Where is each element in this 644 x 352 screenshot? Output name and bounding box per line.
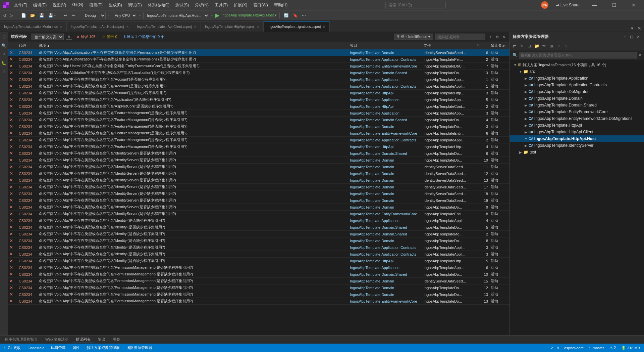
sol-tool-collapse-btn[interactable]: ⊟ — [526, 43, 533, 49]
sidebar-search-icon[interactable]: 🔍 — [0, 42, 8, 49]
error-search-input[interactable] — [435, 34, 485, 40]
error-row[interactable]: ✕ CS0234 命名空间'Volo.Abp'中不存在类型或命名空间名'Iden… — [8, 157, 509, 164]
scope-select[interactable]: 整个解决方案 — [32, 34, 64, 40]
error-row[interactable]: ✕ CS0234 命名空间'Volo.Abp'中不存在类型或命名空间名'Feat… — [8, 123, 509, 130]
bottom-tab-web-publish[interactable]: Web 发布活动 — [42, 336, 72, 343]
close-button[interactable]: ✕ — [626, 0, 641, 10]
tree-expand-app-contracts[interactable]: ▶ — [523, 83, 529, 87]
error-row[interactable]: ✕ CS0234 命名空间'Volo.Abp'中不存在类型或命名空间名'Iden… — [8, 204, 509, 211]
live-share-button[interactable]: ⇌ Live Share — [552, 2, 583, 8]
tree-expand-app[interactable]: ▶ — [523, 77, 529, 80]
error-row[interactable]: ✕ CS0234 命名空间'Volo.Abp'中不存在类型或命名空间名'Feat… — [8, 110, 509, 117]
toolbar-new-btn[interactable]: 📄 — [20, 12, 28, 18]
sidebar-ext-icon[interactable]: ⊕ — [0, 68, 8, 76]
menu-window[interactable]: 窗口(W) — [251, 2, 270, 9]
tree-expand-domain-shared[interactable]: ▶ — [523, 103, 529, 107]
tree-project-httpapi[interactable]: ▶ C# IngosAbpTemplate.HttpApi — [510, 122, 644, 129]
error-row[interactable]: ✕ CS0234 命名空间'Volo.Abp'中不存在类型或命名空间名'Iden… — [8, 258, 509, 264]
build-btn[interactable]: 生成 + IntelliSense ▾ — [394, 34, 433, 40]
tree-expand-domain[interactable]: ▶ — [523, 97, 529, 100]
sol-tool-filter-btn[interactable]: ⊞ — [548, 43, 555, 49]
error-row[interactable]: ✕ CS0234 命名空间'Volo.Abp'中不存在类型或命名空间名'Perm… — [8, 284, 509, 291]
menu-file[interactable]: 文件(F) — [11, 2, 30, 9]
solution-panel-undock-btn[interactable]: ⊡ — [629, 34, 635, 40]
error-row[interactable]: ✕ CS0234 命名空间'Volo.Abp.Users'中不存在类型或命名空间… — [8, 63, 509, 70]
message-count-badge[interactable]: ℹ 显示 1 个消息中的 0 个 — [122, 34, 167, 40]
solution-search-input[interactable] — [519, 52, 637, 58]
bottom-tab-error-list[interactable]: 错误列表 — [72, 336, 94, 343]
tree-expand-efcore[interactable]: ▶ — [523, 110, 529, 114]
sol-tool-pending-btn[interactable]: ≡ — [555, 43, 562, 49]
solution-search-close[interactable]: ✕ — [638, 53, 641, 57]
tree-project-httpapi-client[interactable]: ▶ C# IngosAbpTemplate.HttpApi.Client — [510, 129, 644, 135]
error-row[interactable]: ✕ CS0234 命名空间'Volo.Abp.Validation'中不存在类型… — [8, 70, 509, 76]
sidebar-explorer-icon[interactable]: ⊞ — [0, 33, 8, 41]
error-row[interactable]: ✕ CS0234 命名空间'Volo.Abp'中不存在类型或命名空间名'Iden… — [8, 231, 509, 237]
tab-1[interactable]: IngosAbpTemplat...pApi.Host.csproj ✕ — [67, 21, 133, 32]
tab-0[interactable]: IngosAbpTemplat...icationModule.cs ✕ — [0, 21, 67, 32]
sol-tool-new-folder-btn[interactable]: 📁 — [533, 43, 540, 49]
bottom-tab-bookmarks[interactable]: 书签 — [109, 336, 123, 343]
tab-1-close[interactable]: ✕ — [126, 25, 129, 29]
tree-project-httpapi-host[interactable]: ▼ C# IngosAbpTemplate.HttpApi.Host — [510, 135, 644, 142]
error-row[interactable]: ✕ CS0234 命名空间'Volo.Abp'中不存在类型或命名空间名'Iden… — [8, 177, 509, 184]
solution-panel-close-btn[interactable]: ✕ — [635, 34, 641, 40]
menu-help[interactable]: 帮助(H) — [271, 2, 290, 9]
tree-expand-efcore-migrations[interactable]: ▶ — [523, 117, 529, 121]
tab-0-close[interactable]: ✕ — [60, 25, 62, 29]
menu-edit[interactable]: 编辑(E) — [31, 2, 49, 9]
status-resharper[interactable]: 码獅帝鳥 — [50, 345, 67, 350]
minimize-button[interactable]: — — [587, 0, 602, 10]
error-row[interactable]: ✕ CS0234 命名空间'Volo.Abp'中不存在类型或命名空间名'Acco… — [8, 83, 509, 90]
tree-expand-test[interactable]: ▶ — [518, 150, 523, 154]
menu-project[interactable]: 项目(P) — [87, 2, 105, 9]
bottom-tab-pkg-mgr[interactable]: 程序包管理器控制台 — [1, 336, 41, 343]
sol-tool-show-all-btn[interactable]: 👁 — [541, 43, 547, 49]
col-header-desc[interactable]: 说明 ▲ — [38, 43, 348, 48]
menu-view[interactable]: 视图(V) — [50, 2, 69, 9]
error-row[interactable]: ✕ CS0234 命名空间'Volo.Abp'中不存在类型或命名空间名'Iden… — [8, 224, 509, 231]
toolbar-bookmark-btn[interactable]: 🔖 — [291, 12, 299, 18]
col-header-file[interactable]: 文件 — [422, 43, 476, 48]
tab-4-close[interactable]: ✕ — [323, 25, 325, 29]
status-arrows[interactable]: ↑ 2 ↓ 8 — [547, 346, 560, 350]
cpu-config-select[interactable]: Any CPU — [112, 12, 137, 19]
error-row[interactable]: ✕ CS0234 命名空间'Volo.Abp'中不存在类型或命名空间名'Iden… — [8, 184, 509, 190]
error-row[interactable]: ✕ CS0234 命名空间'Volo.Abp'中不存在类型或命名空间名'Iden… — [8, 244, 509, 251]
error-row[interactable]: ✕ CS0234 命名空间'Volo.Abp'中不存在类型或命名空间名'Iden… — [8, 197, 509, 204]
toolbar-redo-btn[interactable]: ↪ — [70, 12, 76, 18]
error-row[interactable]: ✕ CS0234 命名空间'Volo.Abp'中不存在类型或命名空间名'Feat… — [8, 117, 509, 123]
error-row[interactable]: ✕ CS0234 命名空间'Volo.Abp'中不存在类型或命名空间名'Iden… — [8, 170, 509, 177]
toolbar-save-btn[interactable]: 💾 — [38, 12, 46, 18]
status-memory[interactable]: 🔋 318 MB — [620, 346, 641, 350]
tree-test-folder[interactable]: ▶ 📁 test — [510, 149, 644, 156]
error-row[interactable]: ✕ CS0234 命名空间'Volo.Abp'中不存在类型或命名空间名'Perm… — [8, 264, 509, 271]
tree-project-domain-shared[interactable]: ▶ C# IngosAbpTemplate.Domain.Shared — [510, 102, 644, 108]
tree-expand-identity-server[interactable]: ▶ — [523, 144, 529, 147]
panel-undock-btn[interactable]: ⧉ — [494, 34, 500, 40]
toolbar-refresh-btn[interactable]: 🔄 — [282, 12, 290, 18]
solution-panel-expand-btn[interactable]: ↑ — [622, 34, 628, 40]
tree-project-efcore-migrations[interactable]: ▶ C# IngosAbpTemplate.EntityFrameworkCor… — [510, 115, 644, 122]
status-git-changes[interactable]: ⑂ Git 更改 — [3, 345, 22, 350]
error-row[interactable]: ✕ CS0234 命名空间'Volo.Abp'中不存在类型或命名空间名'Iden… — [8, 251, 509, 258]
menu-arch[interactable]: 体系结构(C) — [145, 2, 172, 9]
sidebar-git-icon[interactable]: ⑂ — [0, 51, 8, 58]
error-row[interactable]: ✕ CS0234 命名空间'Volo.Abp'中不存在类型或命名空间名'Iden… — [8, 150, 509, 157]
status-properties[interactable]: 属性 — [71, 345, 81, 350]
tab-3[interactable]: IngosAbpTemplate.HttpApi.csproj ✕ — [201, 21, 264, 32]
status-branch[interactable]: ⑂ master — [588, 346, 605, 350]
toolbar-more-btn[interactable]: ⋯ — [301, 12, 307, 18]
error-row[interactable]: ✕ CS0234 命名空间'Volo.Abp'中不存在类型或命名空间名'Perm… — [8, 278, 509, 284]
menu-extend[interactable]: 扩展(X) — [231, 2, 250, 9]
error-row[interactable]: ✕ CS0234 命名空间'Volo.Abp.Authorization'中不存… — [8, 49, 509, 56]
error-row[interactable]: ✕ CS0234 命名空间'Volo.Abp'中不存在类型或命名空间名'Perm… — [8, 271, 509, 278]
tab-2[interactable]: IngosAbpTemplate...Api.Client.csproj ✕ — [133, 21, 201, 32]
tree-expand-httpapi-host[interactable]: ▼ — [523, 137, 529, 141]
error-row[interactable]: ✕ CS0234 命名空间'Volo.Abp'中不存在类型或命名空间名'Acco… — [8, 76, 509, 83]
tree-project-identity-server[interactable]: ▶ C# IngosAbpTemplate.IdentityServer — [510, 142, 644, 149]
error-row[interactable]: ✕ CS0234 命名空间'Volo.Abp'中不存在类型或命名空间名'Iden… — [8, 211, 509, 217]
error-row[interactable]: ✕ CS0234 命名空间'Volo.Abp'中不存在类型或命名空间名'AspN… — [8, 103, 509, 110]
error-row[interactable]: ✕ CS0234 命名空间'Volo.Abp'中不存在类型或命名空间名'Iden… — [8, 164, 509, 170]
bottom-tab-output[interactable]: 输出 — [95, 336, 109, 343]
